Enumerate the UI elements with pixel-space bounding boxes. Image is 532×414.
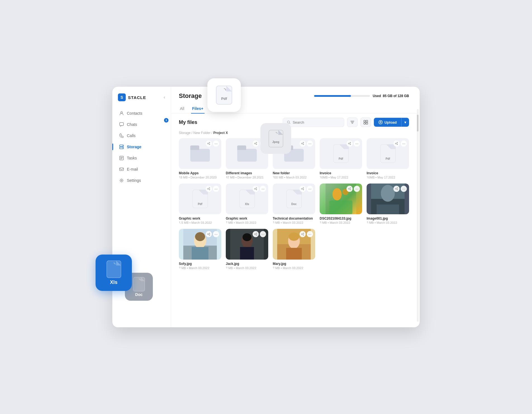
more-menu-button[interactable]: ···	[307, 186, 313, 192]
breadcrumb-path: Storage / New Folder /	[179, 131, 213, 135]
sidebar-item-settings[interactable]: Settings	[116, 175, 167, 186]
svg-point-46	[332, 188, 342, 201]
upload-button[interactable]: Upload	[374, 118, 401, 127]
share-badge	[300, 186, 306, 192]
svg-point-28	[301, 143, 302, 144]
svg-point-62	[195, 232, 205, 241]
file-meta: 16MB • May 17.2022	[367, 176, 409, 179]
svg-point-41	[256, 189, 257, 190]
share-badge	[253, 140, 259, 147]
svg-rect-19	[366, 123, 368, 124]
svg-point-74	[256, 235, 257, 236]
file-item-dsc[interactable]: ··· DSC2021084133.jpg 2 MB • March 03.20…	[320, 184, 362, 224]
floating-xls-label: Xls	[110, 279, 117, 285]
share-badge	[253, 186, 259, 192]
more-menu-button[interactable]: ···	[213, 140, 219, 147]
svg-point-44	[303, 189, 304, 190]
search-input[interactable]	[293, 120, 340, 124]
svg-point-56	[397, 188, 398, 189]
svg-point-30	[350, 142, 351, 143]
floating-xls-icon: Xls	[96, 255, 132, 291]
tab-all[interactable]: All	[179, 104, 186, 114]
more-menu-button[interactable]: ···	[260, 231, 266, 237]
main-content: Storage Used 85 GB of 128 GB All Files+	[171, 87, 417, 327]
file-item-graphic-xls[interactable]: Xls ··· Graphic work 7 MB • March 03.202…	[226, 184, 268, 224]
svg-rect-5	[133, 277, 145, 291]
share-badge	[206, 186, 212, 192]
svg-rect-17	[366, 120, 368, 122]
svg-point-71	[243, 233, 251, 241]
app-name: STACLE	[128, 95, 146, 100]
contacts-label: Contacts	[127, 111, 142, 116]
upload-group: Upload ▾	[374, 118, 409, 127]
more-menu-button[interactable]: ···	[401, 140, 407, 147]
folder-icon	[237, 145, 257, 162]
more-menu-button[interactable]: ···	[213, 186, 219, 192]
svg-point-54	[381, 185, 395, 202]
file-item-invoice1[interactable]: Pdf ··· Invoice 16MB • May 17.2022	[320, 138, 362, 179]
svg-point-57	[395, 189, 396, 189]
tasks-icon	[119, 156, 124, 161]
more-menu-button[interactable]: ···	[260, 186, 266, 192]
pdf-ext-label: Pdf	[339, 157, 343, 160]
view-toggle-button[interactable]	[360, 117, 371, 127]
more-menu-button[interactable]: ···	[401, 186, 407, 192]
file-thumb-folder-mobile: ···	[179, 138, 221, 169]
filter-button[interactable]	[347, 117, 358, 127]
breadcrumb: Storage / New Folder / Project X	[171, 131, 417, 138]
file-item-graphic-pdf[interactable]: Pdf ··· Graphic work 1.5 MB • March 03.2…	[179, 184, 221, 224]
svg-point-14	[121, 180, 122, 181]
file-meta: 18 MB • December 20.2020	[179, 176, 221, 179]
file-name: Mary.jpg	[273, 262, 315, 266]
breadcrumb-current: Project X	[213, 131, 228, 135]
settings-label: Settings	[127, 178, 141, 183]
file-meta: 2 MB • March 03.2022	[273, 221, 315, 224]
settings-icon	[119, 178, 124, 183]
file-item-jack[interactable]: ··· Jack.jpg 2 MB • March 03.2022	[226, 229, 268, 270]
file-item-sofy[interactable]: ··· Sofy.jpg 2 MB • March 03.2022	[179, 229, 221, 270]
sidebar-item-chats[interactable]: Chats 3	[116, 119, 167, 130]
file-item-invoice2[interactable]: Pdf ··· Invoice 16MB • May 17.2022	[367, 138, 409, 179]
sidebar-item-calls[interactable]: Calls	[116, 130, 167, 141]
file-item-folder-mobile[interactable]: ··· Mobile Apps 18 MB • December 20.2020	[179, 138, 221, 179]
svg-rect-2	[269, 130, 283, 147]
file-name: New folder	[273, 171, 315, 175]
sidebar-item-storage[interactable]: Storage	[116, 142, 167, 152]
sidebar-item-email[interactable]: E-mail	[116, 164, 167, 175]
file-item-image001[interactable]: ··· Image001.jpg 2 MB • March 03.2022	[367, 184, 409, 224]
svg-point-34	[395, 143, 396, 144]
file-name: Graphic work	[179, 217, 221, 220]
svg-point-35	[397, 144, 398, 145]
svg-point-73	[255, 234, 255, 235]
scrollbar-thumb[interactable]	[417, 115, 419, 131]
svg-rect-79	[286, 248, 302, 260]
more-menu-button[interactable]: ···	[307, 231, 313, 237]
file-meta: 47 MB • December 28.2021	[226, 176, 268, 179]
svg-point-42	[303, 188, 304, 189]
upload-dropdown-button[interactable]: ▾	[401, 118, 409, 127]
scrollbar-track[interactable]	[417, 109, 419, 322]
file-item-technical-doc[interactable]: Doc ··· Technical documentation 2 MB • M…	[273, 184, 315, 224]
tab-files[interactable]: Files+	[191, 104, 205, 114]
more-menu-button[interactable]: ···	[354, 186, 360, 192]
chats-label: Chats	[127, 122, 137, 127]
collapse-button[interactable]: ‹	[164, 95, 165, 100]
more-menu-button[interactable]: ···	[213, 231, 219, 237]
share-badge	[346, 140, 353, 147]
more-menu-button[interactable]: ···	[307, 140, 313, 147]
upload-label: Upload	[384, 120, 397, 124]
file-thumb-sofy: ···	[179, 229, 221, 260]
file-meta: 2 MB • March 03.2022	[273, 266, 315, 270]
file-meta: 16MB • May 17.2022	[320, 176, 362, 179]
file-meta: 7 MB • March 03.2022	[226, 221, 268, 224]
file-item-mary[interactable]: ··· Mary.jpg 2 MB • March 03.2022	[273, 229, 315, 270]
nav-items: Contacts Chats 3 Calls	[112, 108, 171, 186]
sidebar-item-contacts[interactable]: Contacts	[116, 108, 167, 119]
svg-point-6	[121, 112, 122, 113]
file-meta: 1.5 MB • March 03.2022	[179, 221, 221, 224]
search-box[interactable]	[283, 118, 344, 127]
more-menu-button[interactable]: ···	[354, 140, 360, 147]
file-grid-container: ··· Mobile Apps 18 MB • December 20.2020	[171, 138, 417, 327]
svg-point-50	[348, 189, 349, 189]
sidebar-item-tasks[interactable]: Tasks	[116, 153, 167, 163]
